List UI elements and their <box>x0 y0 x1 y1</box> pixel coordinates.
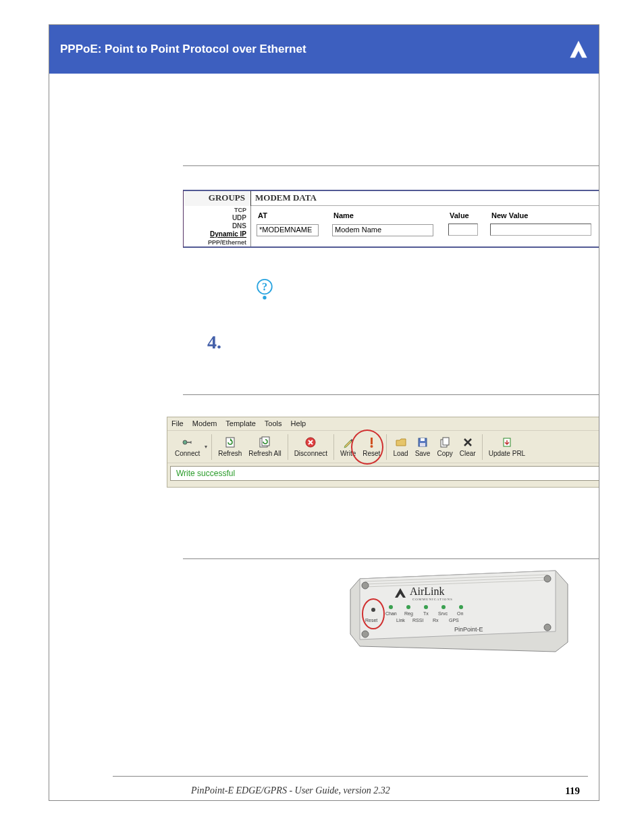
nav-udp[interactable]: UDP <box>184 214 246 222</box>
cell-at: *MODEMNAME <box>257 224 319 236</box>
separator <box>386 434 387 460</box>
svg-text:GPS: GPS <box>449 618 459 623</box>
write-button[interactable]: Write <box>337 432 359 462</box>
separator <box>333 434 334 460</box>
svg-text:COMMUNICATIONS: COMMUNICATIONS <box>412 598 453 601</box>
cell-value-input[interactable] <box>448 224 478 236</box>
footer-title: PinPoint-E EDGE/GPRS - User Guide, versi… <box>191 785 390 796</box>
col-at: AT <box>257 209 331 222</box>
svg-point-22 <box>544 575 551 582</box>
svg-text:On: On <box>457 611 463 616</box>
svg-rect-6 <box>262 437 269 446</box>
menubar: File Modem Template Tools Help <box>167 417 599 431</box>
svg-point-32 <box>441 605 446 609</box>
groups-nav: TCP UDP DNS Dynamic IP PPP/Ethernet <box>184 206 251 248</box>
section-rule <box>183 394 599 395</box>
save-button[interactable]: Save <box>412 432 434 462</box>
page-frame: PPPoE: Point to Point Protocol over Ethe… <box>49 24 599 801</box>
menu-help[interactable]: Help <box>291 419 306 427</box>
status-bar: Write successful <box>167 463 599 485</box>
connect-icon <box>182 436 194 448</box>
menu-file[interactable]: File <box>171 419 184 427</box>
load-icon <box>395 436 407 448</box>
nav-ppp-ethernet[interactable]: PPP/Ethernet <box>184 238 246 246</box>
device-figure: AirLink COMMUNICATIONS Chan Reg Tx Srvc … <box>345 567 570 656</box>
svg-rect-14 <box>443 438 449 445</box>
status-text: Write successful <box>170 466 599 481</box>
svg-text:Rx: Rx <box>433 618 439 623</box>
svg-point-9 <box>371 445 373 448</box>
copy-icon <box>439 436 451 448</box>
disconnect-icon <box>304 436 317 448</box>
toolbar-figure: File Modem Template Tools Help Connect ▾… <box>167 417 599 488</box>
page-number: 119 <box>565 785 580 797</box>
nav-tcp[interactable]: TCP <box>184 206 246 214</box>
footer-rule <box>113 776 588 777</box>
col-name: Name <box>332 209 447 222</box>
step-number: 4. <box>207 332 221 353</box>
reset-button[interactable]: Reset <box>359 432 383 462</box>
col-new-value: New Value <box>490 209 599 222</box>
separator <box>288 434 288 460</box>
svg-point-2 <box>263 296 266 299</box>
svg-text:RSSI: RSSI <box>412 618 423 623</box>
disconnect-button[interactable]: Disconnect <box>291 432 331 462</box>
tab-groups[interactable]: GROUPS <box>184 191 251 206</box>
airlink-logo-icon <box>569 40 588 59</box>
brand-text: AirLink <box>410 585 445 597</box>
load-button[interactable]: Load <box>390 432 411 462</box>
page-header: PPPoE: Point to Point Protocol over Ethe… <box>49 25 599 74</box>
menu-tools[interactable]: Tools <box>265 419 282 427</box>
tab-modem-data[interactable]: MODEM DATA <box>251 191 599 206</box>
menu-modem[interactable]: Modem <box>192 419 217 427</box>
help-icon: ? <box>254 278 275 303</box>
header-title: PPPoE: Point to Point Protocol over Ethe… <box>60 43 306 56</box>
save-icon <box>417 436 429 448</box>
separator <box>482 434 483 460</box>
svg-point-40 <box>371 608 375 612</box>
nav-dns[interactable]: DNS <box>184 222 246 230</box>
svg-text:Tx: Tx <box>423 611 429 616</box>
connect-dropdown[interactable]: ▾ <box>203 444 209 450</box>
svg-point-3 <box>183 440 187 444</box>
section-rule <box>183 165 599 166</box>
cell-new-value-input[interactable] <box>490 224 591 236</box>
col-value: Value <box>448 209 489 222</box>
separator <box>211 434 212 460</box>
svg-text:Reg: Reg <box>404 611 413 617</box>
figure-tabs: GROUPS MODEM DATA PRINTAB <box>184 191 599 206</box>
menu-template[interactable]: Template <box>225 419 256 427</box>
svg-point-24 <box>544 624 551 631</box>
refresh-icon <box>224 436 236 448</box>
svg-text:Link: Link <box>396 618 405 623</box>
svg-point-28 <box>406 605 410 609</box>
svg-rect-11 <box>421 438 425 441</box>
svg-rect-12 <box>420 443 425 446</box>
clear-button[interactable]: Clear <box>456 432 479 462</box>
copy-button[interactable]: Copy <box>433 432 456 462</box>
update-prl-button[interactable]: Update PRL <box>485 432 529 462</box>
svg-point-23 <box>362 631 369 637</box>
svg-rect-8 <box>371 438 373 444</box>
write-icon <box>342 436 354 448</box>
modem-data-pane: AT Name Value New Value *MODEMNAME Modem… <box>251 206 599 248</box>
device-svg: AirLink COMMUNICATIONS Chan Reg Tx Srvc … <box>345 567 570 656</box>
svg-point-21 <box>362 582 369 589</box>
svg-text:Chan: Chan <box>385 611 397 616</box>
nav-dynamic-ip[interactable]: Dynamic IP <box>184 230 246 238</box>
svg-text:PinPoint-E: PinPoint-E <box>454 626 483 633</box>
cell-name: Modem Name <box>332 224 433 236</box>
section-rule <box>183 558 599 559</box>
table-row: *MODEMNAME Modem Name <box>257 224 599 237</box>
refresh-all-icon <box>259 436 271 448</box>
svg-text:Srvc: Srvc <box>438 611 448 616</box>
refresh-all-button[interactable]: Refresh All <box>245 432 284 462</box>
svg-point-34 <box>459 605 463 609</box>
reset-icon <box>365 436 377 448</box>
svg-text:Reset: Reset <box>365 618 377 623</box>
refresh-button[interactable]: Refresh <box>215 432 245 462</box>
svg-point-30 <box>424 605 428 609</box>
connect-button[interactable]: Connect <box>171 432 203 462</box>
toolbar: Connect ▾ Refresh Refresh All Disconnect… <box>167 431 599 463</box>
modem-data-figure: GROUPS MODEM DATA PRINTAB TCP UDP DNS Dy… <box>183 190 599 248</box>
